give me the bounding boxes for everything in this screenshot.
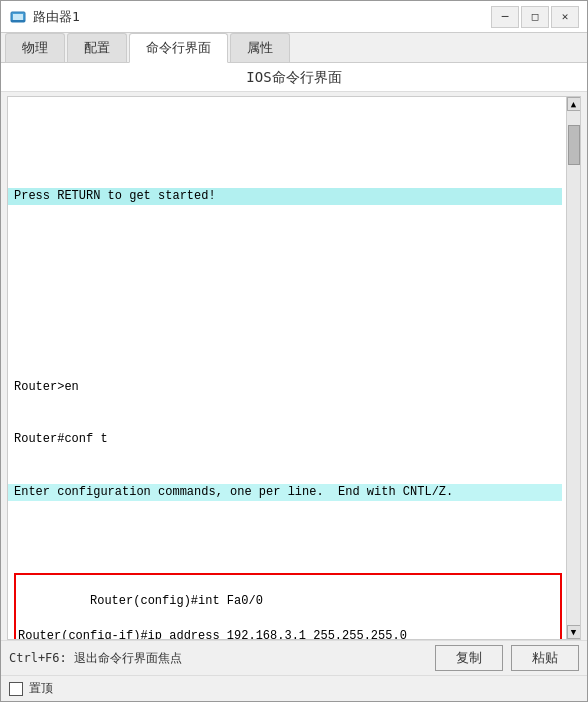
window-icon — [9, 8, 27, 26]
tab-bar: 物理 配置 命令行界面 属性 — [1, 33, 587, 63]
shortcut-hint: Ctrl+F6: 退出命令行界面焦点 — [9, 650, 435, 667]
blank-line — [14, 240, 562, 257]
window-title: 路由器1 — [33, 8, 491, 26]
status-bar: Ctrl+F6: 退出命令行界面焦点 复制 粘贴 — [1, 640, 587, 675]
scrollbar[interactable]: ▲ ▼ — [566, 97, 580, 639]
scroll-up-button[interactable]: ▲ — [567, 97, 581, 111]
tab-config[interactable]: 配置 — [67, 33, 127, 62]
svg-rect-2 — [11, 20, 25, 22]
terminal-line-start: Press RETURN to get started! — [8, 188, 562, 205]
tab-properties[interactable]: 属性 — [230, 33, 290, 62]
terminal-line-int-fa: Router(config)#int Fa0/0 — [90, 594, 263, 608]
close-button[interactable]: ✕ — [551, 6, 579, 28]
terminal-line-en: Router>en — [14, 379, 562, 396]
page-title: IOS命令行界面 — [1, 63, 587, 92]
svg-rect-1 — [13, 14, 23, 20]
terminal-container[interactable]: Press RETURN to get started! Router>en R… — [7, 96, 581, 640]
pin-label: 置顶 — [29, 680, 53, 697]
action-buttons: 复制 粘贴 — [435, 645, 579, 671]
window-controls: ─ □ ✕ — [491, 6, 579, 28]
blank-line2 — [14, 292, 562, 309]
copy-button[interactable]: 复制 — [435, 645, 503, 671]
maximize-button[interactable]: □ — [521, 6, 549, 28]
scroll-thumb[interactable] — [568, 125, 580, 165]
tab-cli[interactable]: 命令行界面 — [129, 33, 228, 63]
terminal-block: Press RETURN to get started! Router>en R… — [14, 136, 562, 639]
terminal-line-ip1: Router(config-if)#ip address 192.168.3.1… — [18, 629, 407, 639]
tab-physical[interactable]: 物理 — [5, 33, 65, 62]
title-bar: 路由器1 ─ □ ✕ — [1, 1, 587, 33]
terminal-red-block-1: Router(config)#int Fa0/0 Router(config-i… — [14, 573, 562, 639]
terminal-line-conf: Router#conf t — [14, 431, 562, 448]
minimize-button[interactable]: ─ — [491, 6, 519, 28]
scroll-down-button[interactable]: ▼ — [567, 625, 581, 639]
pin-checkbox[interactable] — [9, 682, 23, 696]
terminal-line-enter: Enter configuration commands, one per li… — [8, 484, 562, 501]
terminal-content[interactable]: Press RETURN to get started! Router>en R… — [8, 97, 580, 639]
paste-button[interactable]: 粘贴 — [511, 645, 579, 671]
router-window: 路由器1 ─ □ ✕ 物理 配置 命令行界面 属性 IOS命令行界面 Press… — [0, 0, 588, 702]
footer-bar: 置顶 — [1, 675, 587, 701]
